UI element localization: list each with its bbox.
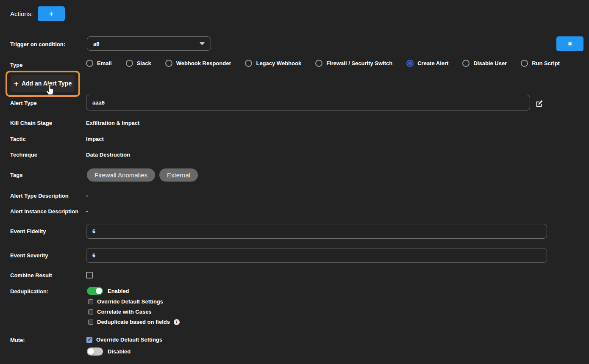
kill-chain-stage-label: Kill Chain Stage <box>10 120 52 126</box>
tactic-value: Impact <box>86 136 104 142</box>
tag-pill: Firewall Anomalies <box>87 168 155 182</box>
radio-legacy-webhook[interactable]: Legacy Webhook <box>245 60 301 67</box>
plus-icon: + <box>49 10 53 18</box>
deduplication-toggle-line: Enabled <box>87 287 129 295</box>
alert-type-description-label: Alert Type Description <box>10 193 69 199</box>
dedup-override-row: Override Default Settings <box>88 298 163 305</box>
add-alert-type-highlight-ring: + Add an Alert Type <box>6 71 80 97</box>
tags-list: Firewall Anomalies External <box>87 168 198 182</box>
add-alert-type-button[interactable]: + Add an Alert Type <box>11 75 75 92</box>
deduplication-label: Deduplication: <box>10 288 48 295</box>
chevron-down-icon <box>200 42 205 45</box>
trigger-condition-select[interactable]: a6 <box>87 36 211 51</box>
deduplicate-based-on-fields-checkbox[interactable] <box>88 320 93 325</box>
mute-toggle-line: Disabled <box>87 347 131 356</box>
hand-cursor-icon <box>44 83 55 96</box>
radio-selected-icon <box>406 60 414 67</box>
event-fidelity-input[interactable] <box>86 224 547 239</box>
check-icon: ✓ <box>87 337 91 342</box>
event-severity-input[interactable] <box>86 248 547 263</box>
mute-override-row: ✓ Override Default Settings <box>86 336 162 343</box>
radio-circle-icon <box>315 60 322 67</box>
toggle-knob <box>96 288 102 294</box>
alert-action-config-panel: Actions: + Trigger on condition: a6 ✖ Ty… <box>0 0 589 364</box>
alert-type-input[interactable] <box>86 95 530 110</box>
technique-value: Data Destruction <box>86 152 130 158</box>
mute-toggle-label: Disabled <box>108 348 131 355</box>
remove-action-button[interactable]: ✖ <box>556 36 583 51</box>
radio-run-script[interactable]: Run Script <box>521 60 560 67</box>
mute-label: Mute: <box>10 337 25 343</box>
radio-create-alert[interactable]: Create Alert <box>406 60 448 67</box>
tag-pill: External <box>159 168 198 182</box>
type-label: Type <box>10 62 22 68</box>
alert-instance-description-label: Alert Instance Description <box>10 208 78 215</box>
radio-slack[interactable]: Slack <box>126 60 151 67</box>
dedup-based-on-fields-row: Deduplicate based on fields i <box>88 319 180 325</box>
radio-email[interactable]: Email <box>86 60 112 67</box>
x-icon: ✖ <box>568 41 572 47</box>
trigger-condition-value: a6 <box>93 41 200 47</box>
trigger-condition-label: Trigger on condition: <box>10 41 65 47</box>
override-default-settings-checkbox[interactable] <box>88 299 93 304</box>
combine-result-label: Combine Result <box>10 272 52 279</box>
actions-label: Actions: <box>10 10 33 17</box>
mute-toggle[interactable] <box>87 347 103 356</box>
radio-webhook-responder[interactable]: Webhook Responder <box>165 60 231 67</box>
kill-chain-stage-value: Exfiltration & Impact <box>86 120 139 126</box>
radio-circle-icon <box>245 60 252 67</box>
type-radio-group: Email Slack Webhook Responder Legacy Web… <box>86 60 560 67</box>
mute-override-checkbox[interactable]: ✓ <box>86 337 92 343</box>
toggle-knob <box>88 348 94 355</box>
technique-label: Technique <box>10 152 37 158</box>
info-icon[interactable]: i <box>174 319 180 325</box>
event-fidelity-label: Event Fidelity <box>10 228 46 234</box>
deduplication-toggle[interactable] <box>87 287 103 295</box>
radio-circle-icon <box>521 60 528 67</box>
radio-circle-icon <box>86 60 93 67</box>
event-severity-label: Event Severity <box>10 252 48 259</box>
radio-disable-user[interactable]: Disable User <box>462 60 507 67</box>
radio-circle-icon <box>462 60 470 67</box>
correlate-with-cases-row: Correlate with Cases <box>88 309 152 315</box>
alert-type-label: Alert Type <box>10 100 37 106</box>
radio-circle-icon <box>165 60 172 67</box>
correlate-with-cases-checkbox[interactable] <box>88 309 93 314</box>
tags-label: Tags <box>10 172 22 178</box>
radio-circle-icon <box>126 60 133 67</box>
deduplication-toggle-label: Enabled <box>108 288 129 294</box>
plus-icon: + <box>14 80 19 88</box>
alert-instance-description-value: - <box>86 208 88 215</box>
tactic-label: Tactic <box>10 136 26 142</box>
combine-result-checkbox[interactable] <box>86 272 93 279</box>
edit-icon[interactable] <box>536 100 543 107</box>
alert-type-description-value: - <box>86 193 88 199</box>
radio-firewall-security-switch[interactable]: Firewall / Security Switch <box>315 60 392 67</box>
add-action-button[interactable]: + <box>38 6 65 21</box>
